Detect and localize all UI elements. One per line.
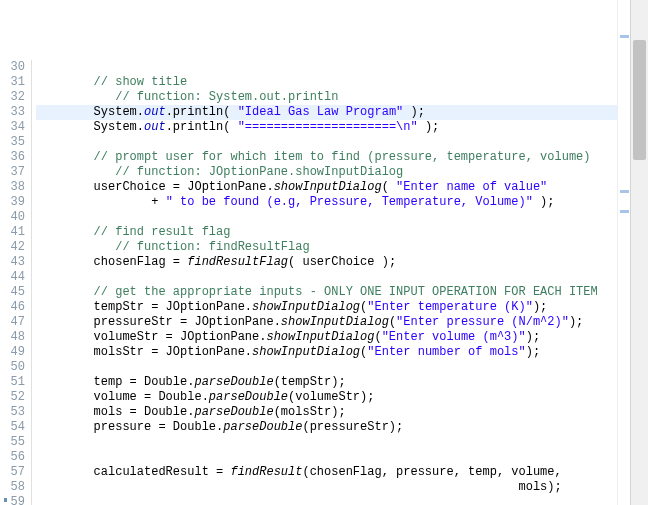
overview-mark[interactable]	[620, 190, 629, 193]
line-number: 30	[0, 60, 25, 75]
code-line[interactable]: // function: System.out.println	[36, 90, 648, 105]
code-line[interactable]	[36, 60, 648, 75]
line-number: 40	[0, 210, 25, 225]
code-line[interactable]: volumeStr = JOptionPane.showInputDialog(…	[36, 330, 648, 345]
line-number: 47	[0, 315, 25, 330]
code-line[interactable]	[36, 135, 648, 150]
code-line[interactable]: userChoice = JOptionPane.showInputDialog…	[36, 180, 648, 195]
line-number: 37	[0, 165, 25, 180]
line-number: 51	[0, 375, 25, 390]
scrollbar-thumb[interactable]	[633, 40, 646, 160]
line-number: 34	[0, 120, 25, 135]
code-line[interactable]: System.out.println( "===================…	[36, 120, 648, 135]
line-number: 52	[0, 390, 25, 405]
code-line[interactable]: temp = Double.parseDouble(tempStr);	[36, 375, 648, 390]
line-number: 36	[0, 150, 25, 165]
line-number: 46	[0, 300, 25, 315]
line-number: 39	[0, 195, 25, 210]
code-line[interactable]: // function: findResultFlag	[36, 240, 648, 255]
line-number: 50	[0, 360, 25, 375]
overview-ruler[interactable]	[617, 0, 631, 505]
overview-mark[interactable]	[620, 35, 629, 38]
code-line[interactable]: volume = Double.parseDouble(volumeStr);	[36, 390, 648, 405]
line-number: 53	[0, 405, 25, 420]
line-number: 48	[0, 330, 25, 345]
code-line[interactable]: pressure = Double.parseDouble(pressureSt…	[36, 420, 648, 435]
code-line[interactable]: chosenFlag = findResultFlag( userChoice …	[36, 255, 648, 270]
code-line[interactable]: mols = Double.parseDouble(molsStr);	[36, 405, 648, 420]
code-area[interactable]: // show title // function: System.out.pr…	[32, 60, 648, 505]
code-line[interactable]: // prompt user for which item to find (p…	[36, 150, 648, 165]
line-number: 42	[0, 240, 25, 255]
line-number: 43	[0, 255, 25, 270]
code-line[interactable]: molsStr = JOptionPane.showInputDialog("E…	[36, 345, 648, 360]
code-line[interactable]: tempStr = JOptionPane.showInputDialog("E…	[36, 300, 648, 315]
code-line[interactable]	[36, 360, 648, 375]
line-number: 54	[0, 420, 25, 435]
code-line[interactable]: System.out.println( "Ideal Gas Law Progr…	[36, 105, 648, 120]
overview-mark[interactable]	[620, 210, 629, 213]
code-line[interactable]: // find result flag	[36, 225, 648, 240]
line-number: 32	[0, 90, 25, 105]
line-number: 44	[0, 270, 25, 285]
line-number: 55	[0, 435, 25, 450]
line-number: 38	[0, 180, 25, 195]
code-line[interactable]: calculatedResult = findResult(chosenFlag…	[36, 465, 648, 480]
code-line[interactable]	[36, 450, 648, 465]
code-line[interactable]: // function: JOptionPane.showInputDialog	[36, 165, 648, 180]
code-line[interactable]: pressureStr = JOptionPane.showInputDialo…	[36, 315, 648, 330]
code-line[interactable]: + " to be found (e.g, Pressure, Temperat…	[36, 195, 648, 210]
line-number: 41	[0, 225, 25, 240]
code-line[interactable]	[36, 210, 648, 225]
line-number-gutter: 3031323334353637383940414243444546474849…	[0, 60, 32, 505]
code-line[interactable]	[36, 270, 648, 285]
code-line[interactable]	[36, 435, 648, 450]
code-line[interactable]: // show title	[36, 75, 648, 90]
line-number: 35	[0, 135, 25, 150]
line-number: 49	[0, 345, 25, 360]
code-line[interactable]: mols);	[36, 480, 648, 495]
line-number: 33	[0, 105, 25, 120]
line-number: 31	[0, 75, 25, 90]
line-number: 45	[0, 285, 25, 300]
line-number: 57	[0, 465, 25, 480]
line-number: 58	[0, 480, 25, 495]
caret-indicator	[4, 498, 7, 502]
code-line[interactable]	[36, 495, 648, 505]
vertical-scrollbar[interactable]	[630, 0, 648, 505]
line-number: 56	[0, 450, 25, 465]
code-editor[interactable]: 3031323334353637383940414243444546474849…	[0, 60, 648, 505]
code-line[interactable]: // get the appropriate inputs - ONLY ONE…	[36, 285, 648, 300]
